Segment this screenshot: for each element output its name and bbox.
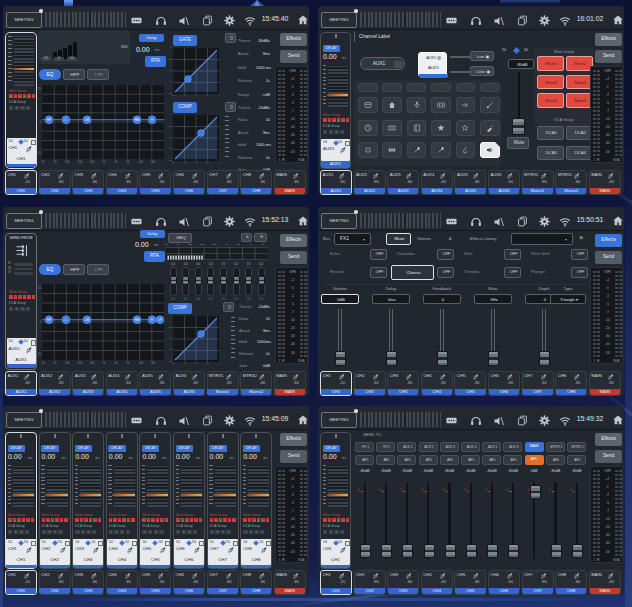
- svg-text:L: L: [65, 118, 67, 122]
- svg-text:HM: HM: [135, 318, 140, 322]
- svg-text:HP: HP: [47, 118, 51, 122]
- svg-text:HP: HP: [47, 318, 51, 322]
- svg-text:LM: LM: [85, 318, 90, 322]
- svg-text:HM: HM: [135, 118, 140, 122]
- svg-text:LM: LM: [85, 118, 90, 122]
- svg-text:LP: LP: [158, 318, 162, 322]
- svg-text:L: L: [65, 318, 67, 322]
